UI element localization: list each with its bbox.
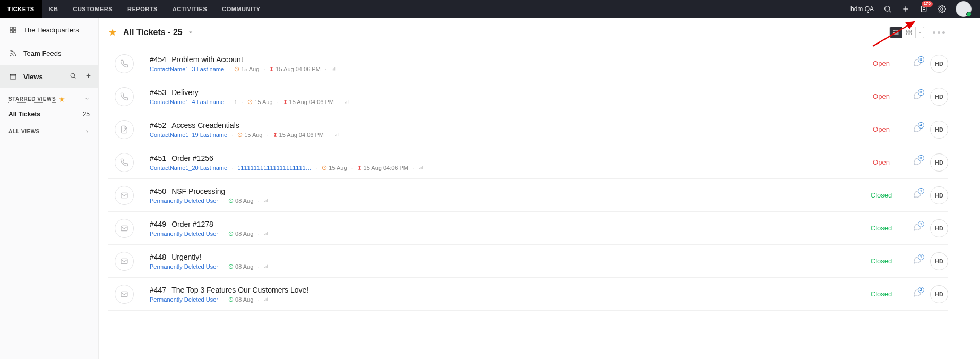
add-icon[interactable]	[901, 5, 910, 13]
contact-link[interactable]: Permanently Deleted User	[150, 230, 218, 237]
ticket-meta: Permanently Deleted User· 08 Aug·	[150, 198, 860, 204]
views-search-icon[interactable]	[70, 72, 76, 81]
assignee-avatar[interactable]: HD	[930, 219, 948, 237]
section-label: ALL VIEWS	[8, 129, 40, 135]
views-add-icon[interactable]	[85, 72, 92, 81]
comment-indicator[interactable]: 1	[913, 256, 922, 266]
assignee-avatar[interactable]: HD	[930, 153, 948, 172]
comment-indicator[interactable]: 1	[913, 190, 922, 200]
comment-indicator[interactable]: 3	[913, 58, 922, 69]
contact-link[interactable]: Permanently Deleted User	[150, 263, 218, 270]
comment-indicator[interactable]: 1	[913, 223, 922, 233]
comment-indicator[interactable]: 3	[913, 157, 922, 167]
nav-customers[interactable]: CUSTOMERS	[65, 0, 120, 18]
due-date: 15 Aug	[237, 132, 262, 138]
assignee-avatar[interactable]: HD	[930, 186, 948, 204]
nav-right: hdm QA 170	[850, 0, 980, 18]
nav-activities[interactable]: ACTIVITIES	[165, 0, 215, 18]
ticket-row[interactable]: #451 Order #1256 ContactName1_20 Last na…	[108, 146, 948, 179]
channel-icon	[115, 87, 134, 106]
svg-line-18	[74, 77, 75, 78]
ticket-number: #449	[150, 220, 166, 228]
ticket-row[interactable]: #448 Urgently! Permanently Deleted User·…	[108, 245, 948, 278]
contact-link[interactable]: Permanently Deleted User	[150, 198, 218, 204]
assignee-avatar[interactable]: HD	[930, 121, 948, 139]
svg-marker-21	[189, 31, 192, 33]
priority-icon	[263, 198, 270, 203]
channel-icon	[115, 120, 134, 139]
svg-rect-31	[909, 33, 912, 35]
comment-indicator[interactable]: 4	[913, 124, 922, 134]
ticket-row[interactable]: #449 Order #1278 Permanently Deleted Use…	[108, 212, 948, 245]
comment-indicator[interactable]: 2	[913, 289, 922, 299]
comment-count: 1	[918, 221, 924, 227]
grid-icon	[8, 25, 17, 34]
svg-rect-12	[10, 30, 12, 32]
due-date: 08 Aug	[228, 296, 253, 303]
contact-link[interactable]: ContactName1_19 Last name	[150, 132, 227, 138]
ticket-title[interactable]: Order #1256	[171, 154, 213, 163]
ticket-title[interactable]: Access Creadentials	[171, 121, 239, 130]
contact-link[interactable]: ContactName1_20 Last name	[150, 165, 227, 171]
search-icon[interactable]	[883, 5, 892, 13]
star-icon[interactable]: ★	[108, 27, 117, 38]
starred-views-header[interactable]: STARRED VIEWS ★	[0, 88, 98, 107]
ticket-status: Open	[860, 92, 902, 100]
grid-view-button[interactable]	[902, 27, 915, 38]
svg-point-0	[885, 6, 890, 11]
ticket-title[interactable]: Order #1278	[171, 220, 213, 228]
notification-icon[interactable]: 170	[919, 5, 928, 13]
all-views-header[interactable]: ALL VIEWS	[0, 121, 98, 140]
ticket-row[interactable]: #453 Delivery ContactName1_4 Last name·1…	[108, 80, 948, 113]
ticket-number: #452	[150, 121, 166, 130]
comment-count: 4	[918, 122, 924, 129]
ticket-title[interactable]: Delivery	[171, 88, 199, 97]
ticket-title[interactable]: The Top 3 Features Our Customers Love!	[171, 286, 308, 294]
view-toggle-dropdown[interactable]	[915, 27, 924, 38]
sidebar-team-feeds[interactable]: Team Feeds	[0, 41, 98, 65]
more-menu-button[interactable]	[930, 28, 948, 37]
sidebar-views[interactable]: Views	[0, 65, 98, 88]
comment-indicator[interactable]: 3	[913, 91, 922, 101]
ticket-row[interactable]: #450 NSF Processing Permanently Deleted …	[108, 179, 948, 212]
user-label: hdm QA	[850, 5, 874, 13]
svg-point-17	[71, 73, 75, 78]
priority-icon	[418, 165, 425, 170]
due-date: 15 Aug	[234, 66, 259, 72]
ticket-row[interactable]: #447 The Top 3 Features Our Customers Lo…	[108, 278, 948, 311]
sidebar-headquarters[interactable]: The Headquarters	[0, 18, 98, 41]
ticket-body: #450 NSF Processing Permanently Deleted …	[150, 187, 860, 204]
contact-link[interactable]: ContactName1_4 Last name	[150, 99, 224, 105]
nav-tickets[interactable]: TICKETS	[0, 0, 42, 18]
assignee-avatar[interactable]: HD	[930, 88, 948, 106]
user-avatar[interactable]	[956, 1, 972, 17]
content-header: ★ All Tickets - 25	[99, 18, 980, 47]
gear-icon[interactable]	[938, 5, 946, 13]
list-view-button[interactable]	[890, 27, 902, 38]
ticket-meta: Permanently Deleted User· 08 Aug·	[150, 230, 860, 237]
ticket-status: Open	[860, 125, 902, 133]
ticket-list: #454 Problem with Account ContactName1_3…	[99, 47, 980, 359]
view-all-tickets[interactable]: All Tickets 25	[0, 107, 98, 121]
contact-link[interactable]: ContactName1_3 Last name	[150, 66, 224, 72]
nav-kb[interactable]: KB	[42, 0, 66, 18]
nav-reports[interactable]: REPORTS	[120, 0, 165, 18]
assignee-avatar[interactable]: HD	[930, 285, 948, 303]
ticket-row[interactable]: #454 Problem with Account ContactName1_3…	[108, 47, 948, 80]
contact-link[interactable]: Permanently Deleted User	[150, 296, 218, 303]
ticket-title[interactable]: NSF Processing	[171, 187, 225, 195]
priority-icon	[263, 231, 270, 236]
assignee-avatar[interactable]: HD	[930, 55, 948, 73]
section-label: STARRED VIEWS	[8, 96, 56, 103]
channel-icon	[115, 252, 134, 271]
priority-icon	[263, 264, 270, 269]
priority-icon	[344, 99, 350, 105]
ticket-row[interactable]: #452 Access Creadentials ContactName1_19…	[108, 113, 948, 146]
nav-community[interactable]: COMMUNITY	[214, 0, 268, 18]
ticket-title[interactable]: Urgently!	[171, 253, 201, 261]
assignee-avatar[interactable]: HD	[930, 252, 948, 270]
ticket-title[interactable]: Problem with Account	[171, 55, 243, 64]
title-dropdown-icon[interactable]	[188, 29, 193, 37]
ticket-status: Closed	[860, 257, 902, 265]
ticket-body: #447 The Top 3 Features Our Customers Lo…	[150, 286, 860, 303]
